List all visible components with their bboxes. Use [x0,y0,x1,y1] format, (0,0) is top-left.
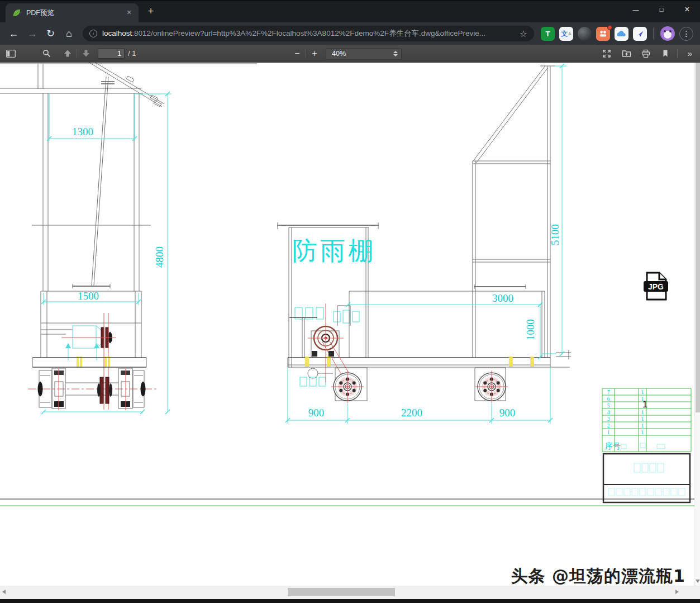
svg-text:1: 1 [641,429,644,435]
jpg-file-icon: JPG [644,273,668,300]
zoom-controls: − + 40% [291,45,402,63]
zoom-out-button[interactable]: − [291,47,304,60]
svg-text:1: 1 [642,400,647,409]
pdf-toolbar: / 1 − + 40% » [0,45,700,63]
svg-text:4: 4 [607,409,610,415]
tab-pdf-preview[interactable]: PDF预览 × [6,3,139,22]
bookmark-button[interactable] [658,47,673,60]
navigation-bar: ← → ↻ ⌂ i localhost:8012/onlinePreview?u… [0,22,700,45]
translate-extension-icon[interactable]: 文A [559,27,573,41]
presentation-mode-button[interactable] [599,47,614,60]
spinner-arrows-icon [393,51,398,56]
back-button[interactable]: ← [6,26,22,42]
parts-table-header: 序号 [605,441,621,450]
svg-text:2: 2 [607,422,609,429]
watermark-text: 头条 @坦荡的漂流瓶1 [511,565,685,586]
tab-strip: PDF预览 × + — □ × [0,0,700,22]
shelter-label: 防雨棚 [292,237,376,265]
spring-leaf-favicon [12,8,21,17]
vertical-scrollbar[interactable] [694,63,700,586]
browser-window: PDF预览 × + — □ × ← → ↻ ⌂ i localhost:8012… [0,0,700,603]
cad-drawing: 1300 4800 1500 防雨棚 [0,63,694,586]
extensions-row: T 文A [539,26,696,41]
vertical-scrollbar-thumb[interactable] [696,63,700,412]
home-button[interactable]: ⌂ [61,26,77,42]
bird-extension-icon[interactable] [633,27,647,41]
dim-label-1300: 1300 [72,126,93,137]
pdf-viewer-content: 1300 4800 1500 防雨棚 [0,63,700,586]
parts-table: 7 6 5 4 3 2 1 1 1 1 1 1 1 1 序号 [602,388,691,452]
bookmark-star-icon[interactable]: ☆ [520,29,527,39]
svg-text:1: 1 [641,409,644,415]
download-extension-icon[interactable] [596,27,610,41]
tab-close-icon[interactable]: × [124,8,134,18]
minimize-button[interactable]: — [623,1,649,18]
dim-label-3000: 3000 [492,292,513,304]
svg-text:7: 7 [607,389,609,395]
page-number-input[interactable] [98,48,125,59]
side-view: 防雨棚 [277,66,571,403]
cloud-icon [617,30,626,37]
svg-text:1: 1 [641,422,644,429]
new-tab-button[interactable]: + [144,4,158,18]
forward-button[interactable]: → [24,26,40,42]
address-bar[interactable]: i localhost:8012/onlinePreview?url=http%… [83,26,534,41]
dim-label-4800: 4800 [154,246,165,268]
close-button[interactable]: × [674,1,700,18]
url-path: :8012/onlinePreview?url=http%3A%2F%2Floc… [132,29,485,37]
window-bottom-edge [0,598,700,603]
svg-text:1: 1 [641,416,644,422]
zoom-level-value: 40% [332,50,393,58]
title-block [603,454,690,502]
print-button[interactable] [639,47,653,60]
people-icon [599,30,607,38]
sheet-border [0,499,694,506]
dim-label-900-left: 900 [308,407,325,419]
toolbar-divider [653,28,654,39]
url-host: localhost [102,29,132,37]
svg-text:5: 5 [607,402,609,409]
horizontal-scrollbar[interactable] [0,586,700,598]
scroll-right-arrow-icon[interactable] [675,590,679,594]
cloud-extension-icon[interactable] [615,27,628,41]
page-count-label: / 1 [128,49,136,58]
notification-badge [607,25,612,30]
maximize-button[interactable]: □ [649,1,674,18]
proxy-extension-icon[interactable] [578,27,592,41]
front-view [0,63,257,410]
toolbar-separator [306,49,306,58]
zoom-in-button[interactable]: + [308,47,321,60]
svg-text:3: 3 [607,416,609,422]
browser-menu-icon[interactable]: ⋮ [679,27,693,41]
sidebar-toggle-button[interactable] [3,47,18,60]
svg-text:1: 1 [641,389,644,395]
tampermonkey-extension-icon[interactable]: T [541,27,555,41]
previous-page-button[interactable] [60,47,75,60]
window-controls: — □ × [623,1,700,18]
horizontal-scrollbar-thumb[interactable] [288,588,395,596]
dim-label-1000: 1000 [525,319,536,340]
next-page-button[interactable] [79,47,93,60]
toolbar-separator [77,49,77,58]
svg-text:6: 6 [607,396,609,402]
scroll-down-arrow-icon[interactable] [696,580,700,583]
pdf-toolbar-right: » [599,47,700,60]
open-file-button[interactable] [619,47,634,60]
jpg-badge-label: JPG [648,282,664,291]
url-text: localhost:8012/onlinePreview?url=http%3A… [102,29,515,39]
profile-avatar[interactable] [660,26,675,41]
scroll-left-arrow-icon[interactable] [2,590,6,594]
svg-text:1: 1 [607,429,609,435]
dim-label-900-right: 900 [499,407,516,419]
search-button[interactable] [39,47,54,60]
site-info-icon[interactable]: i [89,30,97,37]
dim-label-2200: 2200 [401,407,422,419]
more-tools-button[interactable]: » [682,47,697,60]
tab-title: PDF预览 [26,8,119,18]
dim-label-1500: 1500 [78,290,99,302]
reload-button[interactable]: ↻ [42,26,59,42]
toolbar-separator [677,49,678,58]
zoom-level-select[interactable]: 40% [326,48,402,60]
bird-icon [636,30,644,38]
dim-label-5100: 5100 [549,224,561,245]
